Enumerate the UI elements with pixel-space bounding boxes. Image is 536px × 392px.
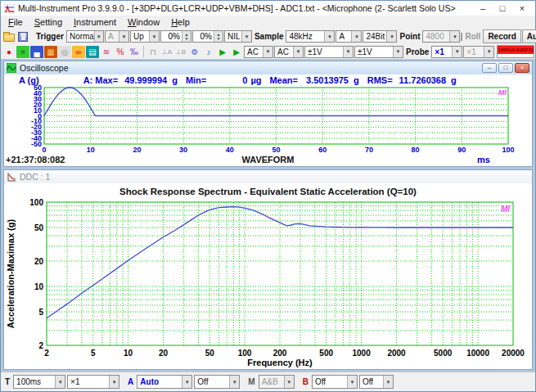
zero-a-icon[interactable]: ⊥A: [160, 46, 173, 58]
sweep-time-select[interactable]: 100ms▼: [13, 375, 65, 389]
svg-text:-50: -50: [31, 140, 42, 148]
derived-data-icon[interactable]: ‰: [128, 46, 141, 58]
channel-a-mode-value: Auto: [137, 377, 159, 386]
menu-file[interactable]: File: [2, 17, 29, 27]
run-restart-icon[interactable]: ▶: [230, 46, 243, 58]
dropdown-arrow-icon: ▼: [94, 31, 103, 42]
scope-restore-button[interactable]: □: [498, 63, 513, 73]
range-b-select[interactable]: ±1V▼: [354, 46, 403, 58]
trigger-delay-stepper[interactable]: 0%▲▼: [192, 30, 223, 43]
svg-text:10: 10: [34, 282, 44, 291]
probe-b-select[interactable]: ×1▼: [463, 46, 494, 58]
channel-a-mode-select[interactable]: Auto▼: [137, 375, 192, 389]
svg-text:100: 100: [29, 198, 43, 207]
close-button[interactable]: ×: [512, 3, 532, 13]
ddc-icon: [7, 172, 16, 182]
math-label: M: [246, 377, 256, 386]
trigger-source-select[interactable]: A▼: [105, 30, 129, 43]
waveform-footer: +21:37:08:082 WAVEFORM ms: [4, 155, 532, 166]
svg-text:50: 50: [272, 146, 280, 154]
sweep-mult-value: ×1: [68, 377, 79, 386]
trigger-hpf-select[interactable]: NIL▼: [224, 30, 252, 43]
dropdown-arrow-icon: ▼: [351, 31, 361, 42]
probe-a-value: ×1: [432, 47, 444, 56]
svg-text:MI: MI: [498, 88, 507, 97]
oscilloscope-icon[interactable]: ≈: [16, 46, 29, 58]
multi-trace-icon[interactable]: ≋: [100, 46, 113, 58]
trigger-level-stepper[interactable]: 0%▲▼: [160, 30, 191, 43]
open-file-button[interactable]: [2, 30, 16, 43]
svg-text:Acceleration-Maximax (g): Acceleration-Maximax (g): [6, 219, 16, 329]
sample-channel-value: A: [336, 32, 345, 41]
stat-min-value: 0: [242, 75, 247, 85]
scope-close-button[interactable]: ×: [515, 63, 529, 73]
ddc-window-title: DDC : 1: [20, 172, 50, 182]
svg-text:500: 500: [319, 349, 333, 358]
spectrum-analyzer-icon[interactable]: ▄: [30, 46, 43, 58]
stat-max-unit: g: [172, 75, 178, 85]
svg-text:0: 0: [42, 146, 46, 154]
level-meter-scale: [498, 54, 533, 57]
range-a-select[interactable]: ±1V▼: [304, 46, 354, 58]
trigger-mode-select[interactable]: Normal▼: [66, 30, 104, 43]
stat-mean-label: Mean=: [269, 75, 298, 85]
lissajous-icon[interactable]: ∞: [72, 46, 85, 58]
bit-depth-select[interactable]: 24Bit▼: [363, 30, 397, 43]
svg-text:1000: 1000: [352, 349, 371, 358]
stat-rms-unit: g: [451, 75, 457, 85]
sample-rate-select[interactable]: 48kHz▼: [286, 30, 335, 43]
channel-a-extra-select[interactable]: Off▼: [194, 375, 240, 389]
range-b-value: ±1V: [355, 47, 372, 56]
record-icon[interactable]: ●: [2, 46, 16, 58]
octave-analyzer-icon[interactable]: ▤: [86, 46, 99, 58]
coupling-a-select[interactable]: AC▼: [244, 46, 273, 58]
point-count-select[interactable]: 4800▼: [422, 30, 460, 43]
settings-wrench-icon[interactable]: ⚙: [188, 46, 201, 58]
menu-help[interactable]: Help: [165, 17, 196, 27]
dropdown-arrow-icon: ▼: [229, 376, 239, 388]
spectrogram-icon[interactable]: ▦: [44, 46, 57, 58]
multimeter-icon[interactable]: ◎: [58, 46, 71, 58]
roll-checkbox[interactable]: [461, 33, 462, 41]
run-icon[interactable]: ▶: [216, 46, 229, 58]
scope-minimize-button[interactable]: –: [482, 63, 497, 73]
math-mode-value: A&B: [259, 377, 278, 386]
bit-depth-value: 24Bit: [363, 32, 385, 41]
dropdown-arrow-icon: ▼: [182, 376, 191, 388]
sound-output-icon[interactable]: ♪: [202, 46, 215, 58]
coupling-b-select[interactable]: AC▼: [274, 46, 304, 58]
dropdown-arrow-icon: ▼: [347, 376, 357, 388]
sweep-time-value: 100ms: [14, 377, 41, 386]
oscilloscope-titlebar[interactable]: Oscilloscope – □ ×: [4, 61, 532, 74]
svg-text:30: 30: [179, 146, 187, 154]
svg-text:5000: 5000: [434, 349, 453, 358]
trigger-hpf-value: NIL: [225, 32, 241, 41]
save-icon: [18, 32, 28, 42]
probe-a-select[interactable]: ×1▼: [431, 46, 462, 58]
point-label: Point: [398, 32, 421, 41]
maximize-button[interactable]: □: [493, 3, 512, 13]
record-button[interactable]: Record: [483, 29, 520, 43]
ddp-viewer-icon[interactable]: %: [114, 46, 127, 58]
minimize-button[interactable]: –: [473, 3, 493, 13]
sample-channel-select[interactable]: A▼: [336, 30, 362, 43]
sample-label: Sample: [253, 32, 286, 41]
channel-b-mode-select[interactable]: Off▼: [312, 375, 358, 389]
stat-max-value: 49.999994: [124, 75, 167, 85]
zero-b-icon[interactable]: ⊥B: [174, 46, 187, 58]
auto-button[interactable]: Auto: [522, 29, 536, 43]
menu-instrument[interactable]: Instrument: [68, 17, 122, 27]
menu-window[interactable]: Window: [122, 17, 165, 27]
toolbar-instruments-channels: ●≈▄▦◎∞▤≋%‰⊓⊥A⊥B⚙♪▶▶ AC▼ AC▼ ±1V▼ ±1V▼ Pr…: [1, 44, 535, 59]
hold-icon[interactable]: ⊓: [146, 46, 160, 58]
channel-b-extra-select[interactable]: Off▼: [359, 375, 394, 389]
math-mode-select[interactable]: A&B▼: [259, 375, 295, 389]
menu-setting[interactable]: Setting: [29, 17, 68, 27]
stat-min-unit: µg: [250, 75, 261, 85]
ddc-titlebar[interactable]: DDC : 1: [4, 170, 532, 183]
instrument-icons-group: ●≈▄▦◎∞▤≋%‰⊓⊥A⊥B⚙♪▶▶: [2, 46, 243, 58]
sweep-mult-select[interactable]: ×1▼: [67, 375, 119, 389]
save-file-button[interactable]: [16, 30, 29, 43]
svg-text:100: 100: [238, 349, 252, 358]
trigger-edge-select[interactable]: Up▼: [130, 30, 160, 43]
